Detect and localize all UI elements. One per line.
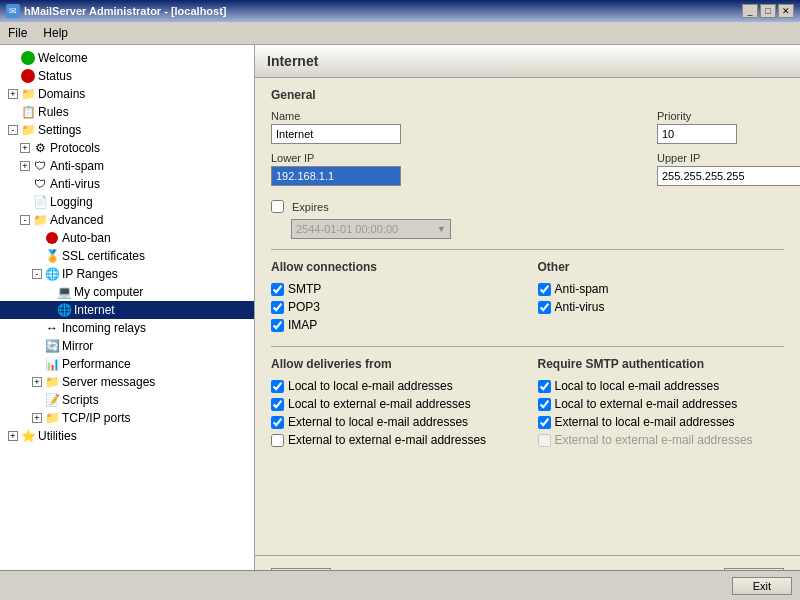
sidebar-item-mirror[interactable]: 🔄 Mirror [0,337,254,355]
smtp-auth-2: External to local e-mail addresses [538,415,785,429]
sidebar-item-internet[interactable]: 🌐 Internet [0,301,254,319]
autoban-icon [44,230,60,246]
sidebar-item-ip-ranges[interactable]: - 🌐 IP Ranges [0,265,254,283]
sidebar-item-antispam[interactable]: + 🛡 Anti-spam [0,157,254,175]
lower-ip-input[interactable] [271,166,401,186]
ipranges-icon: 🌐 [44,266,60,282]
close-button[interactable]: ✕ [778,4,794,18]
server-messages-expand[interactable]: + [32,377,42,387]
domains-expand[interactable]: + [8,89,18,99]
antivirus-icon: 🛡 [32,176,48,192]
sidebar-item-status[interactable]: Status [0,67,254,85]
priority-input[interactable] [657,124,737,144]
smtp-auth-0-label: Local to local e-mail addresses [555,379,720,393]
antivirus-checkbox[interactable] [538,301,551,314]
protocols-expand[interactable]: + [20,143,30,153]
sidebar-item-tcpip-ports[interactable]: + 📁 TCP/IP ports [0,409,254,427]
sidebar-item-antivirus[interactable]: 🛡 Anti-virus [0,175,254,193]
delivery-3-label: External to external e-mail addresses [288,433,486,447]
name-priority-row: Name Priority [271,110,784,152]
smtp-auth-0: Local to local e-mail addresses [538,379,785,393]
main-container: Welcome Status + 📁 Domains 📋 Rules - 📁 S… [0,45,800,599]
sidebar-item-protocols[interactable]: + ⚙ Protocols [0,139,254,157]
imap-label: IMAP [288,318,317,332]
scripts-icon: 📝 [44,392,60,408]
tcpip-expand[interactable]: + [32,413,42,423]
sidebar-item-utilities[interactable]: + ⭐ Utilities [0,427,254,445]
expires-row: Expires [271,200,784,213]
antispam-row: Anti-spam [538,282,785,296]
delivery-0-label: Local to local e-mail addresses [288,379,453,393]
antispam-icon: 🛡 [32,158,48,174]
upper-ip-input[interactable] [657,166,800,186]
delivery-0-checkbox[interactable] [271,380,284,393]
antivirus-label: Anti-virus [555,300,605,314]
allow-connections-title: Allow connections [271,260,518,274]
sidebar-item-ssl-certs[interactable]: 🏅 SSL certificates [0,247,254,265]
smtp-auth-0-checkbox[interactable] [538,380,551,393]
expires-date-combo: 2544-01-01 00:00:00 ▼ [291,219,451,239]
welcome-icon [20,50,36,66]
sidebar-item-rules[interactable]: 📋 Rules [0,103,254,121]
expires-checkbox[interactable] [271,200,284,213]
content-header: Internet [255,45,800,78]
utilities-expand[interactable]: + [8,431,18,441]
divider [271,249,784,250]
settings-expand[interactable]: - [8,125,18,135]
minimize-button[interactable]: _ [742,4,758,18]
pop3-checkbox[interactable] [271,301,284,314]
smtp-auth-3: External to external e-mail addresses [538,433,785,447]
smtp-auth-2-checkbox[interactable] [538,416,551,429]
content-area: Internet General Name Priority Lower IP [255,45,800,599]
sidebar-item-scripts[interactable]: 📝 Scripts [0,391,254,409]
rules-icon: 📋 [20,104,36,120]
sidebar-item-performance[interactable]: 📊 Performance [0,355,254,373]
smtp-checkbox[interactable] [271,283,284,296]
exit-bar: Exit [0,570,800,600]
protocols-icon: ⚙ [32,140,48,156]
pop3-row: POP3 [271,300,518,314]
ipranges-expand[interactable]: - [32,269,42,279]
antispam-expand[interactable]: + [20,161,30,171]
maximize-button[interactable]: □ [760,4,776,18]
deliveries-auth-row: Allow deliveries from Local to local e-m… [271,357,784,451]
sidebar-item-server-messages[interactable]: + 📁 Server messages [0,373,254,391]
name-group: Name [271,110,401,144]
priority-label: Priority [657,110,737,122]
sidebar-item-welcome[interactable]: Welcome [0,49,254,67]
sidebar: Welcome Status + 📁 Domains 📋 Rules - 📁 S… [0,45,255,599]
sidebar-item-my-computer[interactable]: 💻 My computer [0,283,254,301]
sidebar-item-settings[interactable]: - 📁 Settings [0,121,254,139]
antispam-label: Anti-spam [555,282,609,296]
smtp-auth-1: Local to external e-mail addresses [538,397,785,411]
sidebar-item-logging[interactable]: 📄 Logging [0,193,254,211]
sidebar-item-advanced[interactable]: - 📁 Advanced [0,211,254,229]
menu-help[interactable]: Help [35,24,76,42]
pop3-label: POP3 [288,300,320,314]
antivirus-row: Anti-virus [538,300,785,314]
sidebar-item-domains[interactable]: + 📁 Domains [0,85,254,103]
smtp-auth-1-label: Local to external e-mail addresses [555,397,738,411]
priority-group: Priority [657,110,737,144]
sidebar-item-incoming-relays[interactable]: ↔ Incoming relays [0,319,254,337]
menu-file[interactable]: File [0,24,35,42]
delivery-2-checkbox[interactable] [271,416,284,429]
my-computer-icon: 💻 [56,284,72,300]
title-bar: ✉ hMailServer Administrator - [localhost… [0,0,800,22]
exit-button[interactable]: Exit [732,577,792,595]
mirror-icon: 🔄 [44,338,60,354]
incoming-relays-icon: ↔ [44,320,60,336]
advanced-expand[interactable]: - [20,215,30,225]
delivery-3-checkbox[interactable] [271,434,284,447]
name-input[interactable] [271,124,401,144]
delivery-1-checkbox[interactable] [271,398,284,411]
window-title: hMailServer Administrator - [localhost] [24,5,227,17]
name-label: Name [271,110,401,122]
antispam-checkbox[interactable] [538,283,551,296]
delivery-3: External to external e-mail addresses [271,433,518,447]
sidebar-item-autoban[interactable]: Auto-ban [0,229,254,247]
settings-icon: 📁 [20,122,36,138]
imap-checkbox[interactable] [271,319,284,332]
smtp-auth-1-checkbox[interactable] [538,398,551,411]
require-smtp-title: Require SMTP authentication [538,357,785,371]
